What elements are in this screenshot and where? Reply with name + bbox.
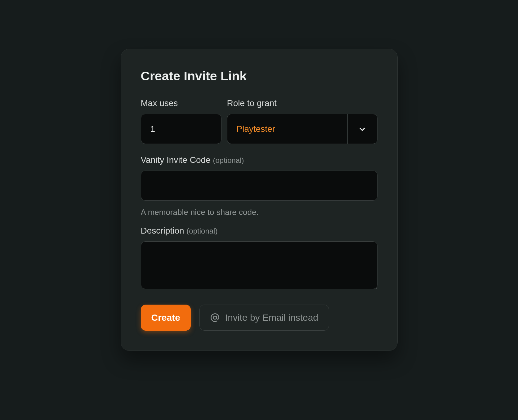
vanity-code-input[interactable] (141, 171, 377, 201)
svg-point-0 (213, 316, 217, 319)
invite-by-email-button[interactable]: Invite by Email instead (199, 305, 329, 331)
field-vanity-code: Vanity Invite Code (optional) A memorabl… (141, 155, 377, 217)
max-uses-label: Max uses (141, 98, 221, 108)
max-uses-input[interactable] (141, 114, 221, 144)
vanity-label-text: Vanity Invite Code (141, 155, 213, 165)
field-description: Description (optional) (141, 226, 377, 290)
vanity-helper-text: A memorable nice to share code. (141, 208, 377, 217)
field-max-uses: Max uses (141, 98, 221, 144)
create-invite-card: Create Invite Link Max uses Role to gran… (121, 49, 398, 351)
chevron-down-icon (358, 125, 366, 133)
at-sign-icon (210, 313, 220, 322)
description-label: Description (optional) (141, 226, 377, 236)
vanity-label: Vanity Invite Code (optional) (141, 155, 377, 165)
invite-by-email-label: Invite by Email instead (225, 312, 318, 323)
role-label: Role to grant (227, 98, 377, 108)
field-role: Role to grant Playtester (227, 98, 377, 144)
description-textarea[interactable] (141, 241, 377, 289)
description-optional: (optional) (186, 227, 217, 235)
card-title: Create Invite Link (141, 69, 377, 83)
role-dropdown-button[interactable] (347, 114, 377, 144)
role-select[interactable]: Playtester (227, 114, 377, 144)
row-maxuses-role: Max uses Role to grant Playtester (141, 98, 377, 144)
create-button[interactable]: Create (141, 305, 191, 331)
description-label-text: Description (141, 226, 187, 235)
vanity-optional: (optional) (213, 156, 244, 164)
role-selected-value[interactable]: Playtester (227, 114, 347, 144)
actions-row: Create Invite by Email instead (141, 305, 377, 331)
